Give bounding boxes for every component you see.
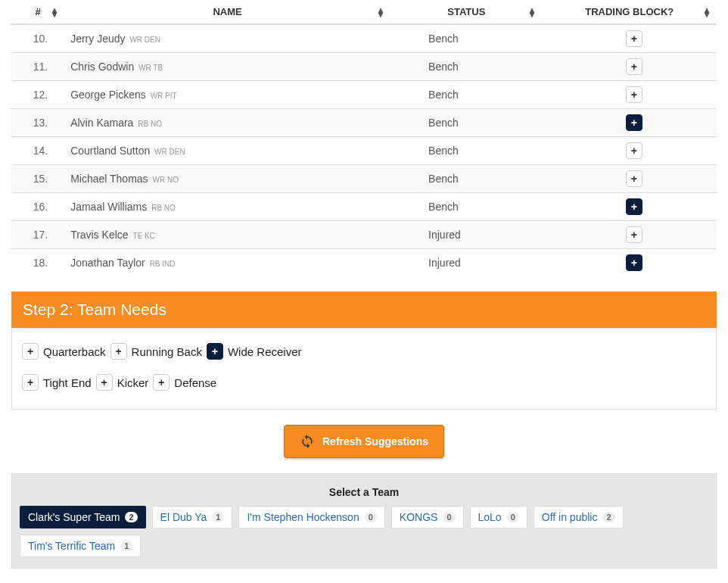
row-number: 15. [11, 165, 64, 193]
trading-block-toggle[interactable]: + [626, 170, 642, 187]
team-tab[interactable]: KONGS0 [391, 506, 464, 528]
trading-block-toggle[interactable]: + [626, 254, 642, 271]
player-pos-team: RB IND [150, 260, 176, 268]
trading-block-toggle[interactable]: + [626, 198, 642, 215]
player-name-cell[interactable]: Alvin Kamara RB NO [64, 109, 390, 137]
need-label: Quarterback [43, 345, 106, 358]
need-label: Kicker [117, 376, 149, 389]
sort-icon: ▴▾ [378, 8, 383, 17]
table-row: 10.Jerry Jeudy WR DENBench+ [11, 24, 717, 53]
need-toggle[interactable]: + [207, 343, 223, 360]
team-need-item: +Kicker [96, 374, 149, 391]
player-name-cell[interactable]: Courtland Sutton WR DEN [64, 137, 390, 165]
team-tab-label: LoLo [478, 511, 502, 523]
team-tab-label: Off in public [542, 511, 598, 523]
team-tab-count: 1 [212, 512, 224, 522]
team-tab-count: 2 [602, 512, 614, 522]
team-need-item: +Tight End [22, 374, 92, 391]
need-toggle[interactable]: + [96, 374, 113, 391]
team-need-item: +Quarterback [22, 343, 106, 360]
player-pos-team: WR PIT [151, 92, 177, 100]
row-number: 13. [11, 109, 64, 137]
player-status: Injured [390, 249, 542, 277]
player-status: Bench [390, 137, 542, 165]
trading-block-toggle[interactable]: + [626, 142, 642, 159]
trading-block-toggle[interactable]: + [626, 30, 642, 47]
row-number: 11. [11, 53, 64, 81]
player-status: Bench [390, 81, 542, 109]
team-select-panel: Select a Team Clark's Super Team2El Dub … [11, 473, 717, 569]
team-tab-count: 2 [125, 512, 137, 522]
team-tab[interactable]: Off in public2 [534, 506, 624, 528]
sort-icon: ▴▾ [530, 8, 534, 17]
team-tab-count: 0 [365, 512, 377, 522]
team-tab[interactable]: LoLo0 [470, 506, 527, 528]
need-label: Defense [174, 376, 216, 389]
need-toggle[interactable]: + [22, 343, 39, 360]
need-label: Tight End [43, 376, 92, 389]
team-tab[interactable]: Tim's Terrific Team1 [20, 535, 141, 557]
trading-block-toggle[interactable]: + [626, 86, 642, 103]
team-tab-label: El Dub Ya [160, 511, 207, 523]
trading-block-toggle[interactable]: + [626, 226, 642, 243]
col-header-trading-block[interactable]: TRADING BLOCK?▴▾ [542, 0, 717, 24]
team-tab-label: KONGS [400, 511, 438, 523]
player-status: Bench [390, 165, 542, 193]
player-pos-team: TE KC [133, 232, 155, 240]
row-number: 18. [11, 249, 64, 277]
table-row: 12.George Pickens WR PITBench+ [11, 81, 717, 109]
team-tab-count: 1 [120, 541, 132, 551]
player-status: Bench [390, 53, 542, 81]
player-status: Bench [390, 193, 542, 221]
sort-icon: ▴▾ [52, 8, 57, 17]
player-name-cell[interactable]: Michael Thomas WR NO [64, 165, 390, 193]
need-toggle[interactable]: + [153, 374, 170, 391]
team-tab[interactable]: Clark's Super Team2 [20, 506, 146, 528]
step2-header: Step 2: Team Needs [11, 292, 717, 328]
trading-block-toggle[interactable]: + [626, 58, 642, 75]
team-tab-label: I'm Stephen Hockenson [247, 511, 359, 523]
sort-icon: ▴▾ [705, 8, 709, 17]
player-name-cell[interactable]: George Pickens WR PIT [64, 81, 390, 109]
team-tab-count: 0 [443, 512, 455, 522]
table-row: 17.Travis Kelce TE KCInjured+ [11, 221, 717, 249]
player-name-cell[interactable]: Jamaal Williams RB NO [64, 193, 390, 221]
row-number: 10. [11, 24, 64, 53]
table-row: 13.Alvin Kamara RB NOBench+ [11, 109, 717, 137]
team-tab-label: Tim's Terrific Team [28, 540, 115, 552]
team-need-item: +Running Back [110, 343, 202, 360]
table-row: 11.Chris Godwin WR TBBench+ [11, 53, 717, 81]
refresh-icon [300, 434, 315, 449]
refresh-suggestions-button[interactable]: Refresh Suggestions [284, 425, 444, 458]
player-pos-team: RB NO [138, 120, 162, 128]
player-pos-team: WR DEN [129, 36, 160, 44]
need-toggle[interactable]: + [110, 343, 127, 360]
team-tab[interactable]: I'm Stephen Hockenson0 [238, 506, 384, 528]
row-number: 12. [11, 81, 64, 109]
row-number: 14. [11, 137, 64, 165]
player-pos-team: WR TB [138, 64, 163, 72]
player-pos-team: WR DEN [154, 148, 185, 156]
need-label: Running Back [132, 345, 202, 358]
player-name-cell[interactable]: Jerry Jeudy WR DEN [64, 24, 390, 53]
team-select-title: Select a Team [20, 480, 708, 506]
player-name-cell[interactable]: Jonathan Taylor RB IND [64, 249, 390, 277]
team-tab[interactable]: El Dub Ya1 [152, 506, 233, 528]
col-header-name[interactable]: NAME▴▾ [64, 0, 390, 24]
row-number: 16. [11, 193, 64, 221]
col-header-number[interactable]: #▴▾ [11, 0, 64, 24]
player-status: Injured [390, 221, 542, 249]
player-pos-team: RB NO [151, 204, 176, 212]
need-toggle[interactable]: + [22, 374, 39, 391]
roster-table: #▴▾ NAME▴▾ STATUS▴▾ TRADING BLOCK?▴▾ 10.… [11, 0, 717, 276]
player-name-cell[interactable]: Travis Kelce TE KC [64, 221, 390, 249]
player-name-cell[interactable]: Chris Godwin WR TB [64, 53, 390, 81]
table-row: 16.Jamaal Williams RB NOBench+ [11, 193, 717, 221]
table-row: 18.Jonathan Taylor RB INDInjured+ [11, 249, 717, 277]
team-tab-label: Clark's Super Team [28, 511, 120, 523]
player-status: Bench [390, 109, 542, 137]
team-need-item: +Defense [153, 374, 216, 391]
col-header-status[interactable]: STATUS▴▾ [390, 0, 542, 24]
table-row: 15.Michael Thomas WR NOBench+ [11, 165, 717, 193]
trading-block-toggle[interactable]: + [626, 114, 642, 131]
